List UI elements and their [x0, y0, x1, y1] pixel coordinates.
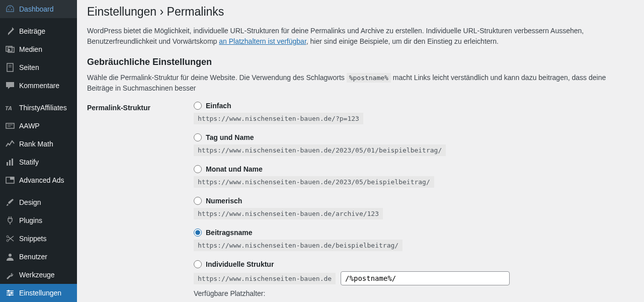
sidebar-item-label: Benutzer: [19, 253, 47, 261]
sidebar-item-label: Advanced Ads: [19, 176, 64, 184]
sidebar-item-seiten[interactable]: Seiten: [0, 58, 77, 77]
custom-permalink-input[interactable]: [341, 271, 510, 285]
svg-rect-10: [12, 159, 13, 166]
sidebar-item-snippets[interactable]: Snippets: [0, 230, 77, 248]
svg-point-0: [8, 49, 10, 51]
permalink-radio-1[interactable]: [194, 133, 202, 141]
sidebar-item-advanced-ads[interactable]: Advanced Ads: [0, 171, 77, 189]
media-icon: [5, 44, 15, 54]
sidebar-item-label: Beiträge: [19, 27, 45, 35]
postname-tag: %postname%: [347, 73, 391, 83]
structure-label: Permalink-Struktur: [87, 102, 194, 112]
permalink-sample-url: https://www.nischenseiten-bauen.de/2023/…: [194, 176, 434, 188]
sidebar-item-label: ThirstyAffiliates: [19, 104, 67, 112]
permalink-option-0[interactable]: Einfach: [194, 102, 634, 110]
sidebar-item-label: Seiten: [19, 63, 39, 71]
permalink-sample-url: https://www.nischenseiten-bauen.de/beisp…: [194, 240, 403, 251]
dashboard-icon: [5, 4, 15, 14]
intro-text: WordPress bietet die Möglichkeit, indivi…: [87, 26, 634, 47]
permalink-option-label: Individuelle Struktur: [206, 260, 274, 268]
svg-text:TA: TA: [5, 105, 12, 111]
svg-rect-1: [7, 63, 13, 71]
sidebar-item-einstellungen[interactable]: Einstellungen: [0, 284, 77, 302]
permalink-option-label: Beitragsname: [206, 229, 253, 237]
permalink-option-label: Tag und Name: [206, 133, 254, 141]
permalink-option-3[interactable]: Numerisch: [194, 197, 634, 205]
common-settings-heading: Gebräuchliche Einstellungen: [87, 57, 634, 67]
permalink-radio-5[interactable]: [194, 260, 202, 268]
admin-sidebar: DashboardBeiträgeMedienSeitenKommentareT…: [0, 0, 77, 302]
permalink-radio-3[interactable]: [194, 197, 202, 205]
permalink-option-4[interactable]: Beitragsname: [194, 229, 634, 237]
sidebar-item-rank-math[interactable]: Rank Math: [0, 135, 77, 153]
permalink-option-label: Einfach: [206, 102, 231, 110]
sidebar-item-beiträge[interactable]: Beiträge: [0, 22, 77, 40]
sidebar-item-label: Medien: [19, 45, 42, 53]
svg-point-14: [7, 240, 9, 242]
sidebar-item-label: Rank Math: [19, 140, 53, 148]
custom-url-prefix: https://www.nischenseiten-bauen.de: [194, 273, 336, 284]
ads-icon: [5, 175, 15, 185]
svg-rect-5: [6, 123, 14, 128]
svg-rect-8: [7, 162, 8, 166]
sidebar-item-plugins[interactable]: Plugins: [0, 211, 77, 230]
stats-icon: [5, 157, 15, 167]
brush-icon: [5, 197, 15, 207]
permalink-sample-url: https://www.nischenseiten-bauen.de/2023/…: [194, 144, 446, 156]
permalink-radio-4[interactable]: [194, 229, 202, 237]
sidebar-item-kommentare[interactable]: Kommentare: [0, 77, 77, 95]
permalink-option-1[interactable]: Tag und Name: [194, 133, 634, 141]
svg-rect-9: [9, 160, 11, 166]
settings-icon: [5, 288, 15, 298]
permalink-radio-2[interactable]: [194, 165, 202, 173]
svg-rect-12: [10, 177, 14, 180]
sidebar-item-thirstyaffiliates[interactable]: TAThirstyAffiliates: [0, 99, 77, 117]
sidebar-item-benutzer[interactable]: Benutzer: [0, 248, 77, 266]
svg-point-13: [7, 236, 9, 238]
svg-point-20: [11, 292, 13, 294]
permalink-option-5[interactable]: Individuelle Struktur: [194, 260, 634, 268]
permalink-sample-url: https://www.nischenseiten-bauen.de/?p=12…: [194, 113, 363, 124]
rankmath-icon: [5, 139, 15, 149]
placeholder-docs-link[interactable]: an Platzhaltern ist verfügbar: [219, 37, 306, 45]
sidebar-item-label: Design: [19, 198, 41, 206]
wrench-icon: [5, 270, 15, 280]
available-placeholders-label: Verfügbare Platzhalter:: [194, 289, 634, 297]
aawp-icon: [5, 121, 15, 131]
comment-icon: [5, 81, 15, 91]
plug-icon: [5, 215, 15, 225]
sidebar-item-dashboard[interactable]: Dashboard: [0, 0, 77, 18]
content-area: Einstellungen › Permalinks WordPress bie…: [77, 0, 644, 302]
permalink-sample-url: https://www.nischenseiten-bauen.de/archi…: [194, 208, 383, 219]
permalink-option-label: Numerisch: [206, 197, 242, 205]
permalink-option-2[interactable]: Monat und Name: [194, 165, 634, 173]
sidebar-item-label: Werkzeuge: [19, 271, 55, 279]
sidebar-item-label: Kommentare: [19, 82, 59, 90]
sidebar-item-label: Plugins: [19, 216, 42, 224]
sidebar-item-medien[interactable]: Medien: [0, 40, 77, 58]
ta-icon: TA: [5, 103, 15, 113]
permalink-radio-0[interactable]: [194, 102, 202, 110]
sidebar-item-label: Snippets: [19, 235, 46, 243]
sidebar-item-label: AAWP: [19, 122, 40, 130]
scissors-icon: [5, 234, 15, 244]
page-icon: [5, 62, 15, 72]
permalink-option-label: Monat und Name: [206, 165, 263, 173]
svg-point-21: [9, 294, 11, 296]
sidebar-item-label: Statify: [19, 158, 39, 166]
sidebar-item-label: Dashboard: [19, 5, 54, 13]
svg-point-19: [8, 290, 10, 292]
sidebar-item-werkzeuge[interactable]: Werkzeuge: [0, 266, 77, 284]
pin-icon: [5, 26, 15, 36]
svg-point-15: [9, 254, 12, 257]
sidebar-item-aawp[interactable]: AAWP: [0, 117, 77, 135]
sidebar-item-label: Einstellungen: [19, 289, 61, 297]
user-icon: [5, 252, 15, 262]
common-settings-desc: Wähle die Permalink-Struktur für deine W…: [87, 72, 634, 94]
sidebar-item-statify[interactable]: Statify: [0, 153, 77, 171]
sidebar-item-design[interactable]: Design: [0, 193, 77, 211]
page-title: Einstellungen › Permalinks: [87, 5, 634, 19]
